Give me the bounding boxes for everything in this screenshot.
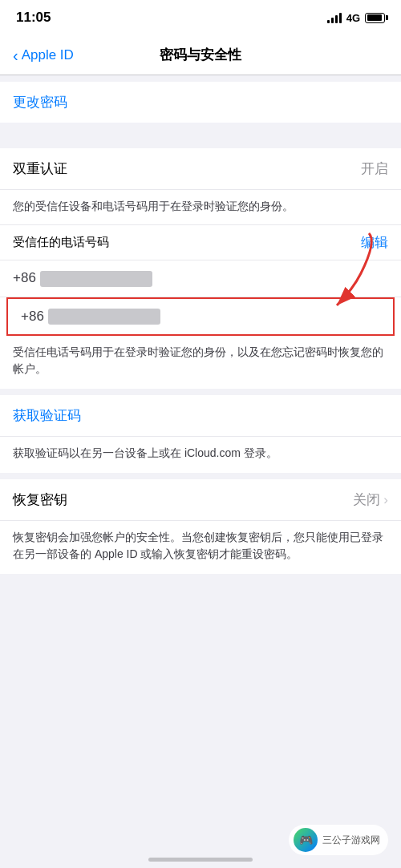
two-factor-description: 您的受信任设备和电话号码用于在登录时验证您的身份。 (0, 190, 401, 225)
battery-icon (365, 13, 385, 23)
change-password-section: 更改密码 (0, 82, 401, 123)
recovery-key-status-text: 关闭 (353, 491, 380, 509)
two-factor-section: 双重认证 开启 您的受信任设备和电话号码用于在登录时验证您的身份。 受信任的电话… (0, 148, 401, 389)
recovery-key-description: 恢复密钥会加强您帐户的安全性。当您创建恢复密钥后，您只能使用已登录在另一部设备的… (0, 521, 401, 574)
highlighted-phone-container: +86 (0, 297, 401, 337)
home-indicator (148, 858, 253, 862)
get-code-link[interactable]: 获取验证码 (0, 395, 401, 437)
watermark-icon: 🎮 (299, 834, 313, 846)
get-code-description: 获取验证码以在另一台设备上或在 iCloud.com 登录。 (0, 437, 401, 473)
chevron-right-icon: › (383, 492, 388, 508)
edit-phone-button[interactable]: 编辑 (361, 233, 388, 252)
nav-bar: ‹ Apple ID 密码与安全性 (0, 35, 401, 75)
phone-prefix-2: +86 (21, 309, 44, 324)
phone-prefix-1: +86 (13, 270, 36, 285)
recovery-key-status: 关闭 › (353, 491, 388, 509)
content: 更改密码 双重认证 开启 您的受信任设备和电话号码用于在登录时验证您的身份。 受… (0, 75, 401, 574)
change-password-link[interactable]: 更改密码 (13, 95, 67, 110)
back-label: Apple ID (22, 47, 74, 63)
two-factor-status: 开启 (361, 159, 388, 178)
recovery-key-title: 恢复密钥 (13, 491, 67, 509)
watermark: 🎮 三公子游戏网 (289, 825, 388, 855)
phone-row-1: +86 (0, 260, 401, 297)
back-button[interactable]: ‹ Apple ID (13, 47, 74, 63)
watermark-text: 三公子游戏网 (322, 834, 380, 847)
phone-number-blurred-2 (48, 309, 160, 325)
recovery-key-header[interactable]: 恢复密钥 关闭 › (0, 479, 401, 521)
trusted-phone-header: 受信任的电话号码 编辑 (0, 225, 401, 260)
phone-row-2-highlighted: +86 (6, 297, 395, 337)
phone-number-blurred-1 (40, 271, 152, 287)
recovery-key-section: 恢复密钥 关闭 › 恢复密钥会加强您帐户的安全性。当您创建恢复密钥后，您只能使用… (0, 479, 401, 574)
network-label: 4G (346, 12, 360, 24)
page-title: 密码与安全性 (160, 46, 241, 64)
status-time: 11:05 (16, 10, 51, 26)
get-code-section: 获取验证码 获取验证码以在另一台设备上或在 iCloud.com 登录。 (0, 395, 401, 473)
two-factor-title: 双重认证 (13, 159, 67, 178)
signal-icon (327, 12, 342, 23)
trusted-phone-label: 受信任的电话号码 (13, 235, 109, 250)
two-factor-header: 双重认证 开启 (0, 148, 401, 190)
back-chevron-icon: ‹ (13, 47, 18, 63)
status-icons: 4G (327, 12, 385, 24)
trusted-phone-description: 受信任电话号码用于在登录时验证您的身份，以及在您忘记密码时恢复您的帐户。 (0, 336, 401, 389)
watermark-avatar: 🎮 (294, 828, 318, 852)
status-bar: 11:05 4G (0, 0, 401, 35)
